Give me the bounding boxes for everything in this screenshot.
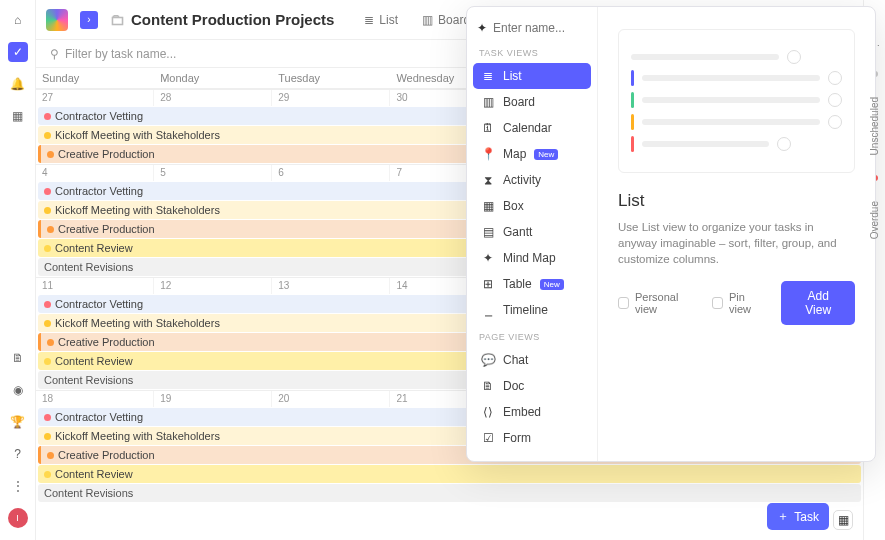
view-option-activity[interactable]: ⧗Activity (473, 167, 591, 193)
new-task-button[interactable]: ＋Task (767, 503, 829, 530)
mind-map-icon: ✦ (481, 251, 495, 265)
date-cell[interactable]: 6 (272, 165, 390, 181)
add-view-popup: ✦ TASK VIEWS ≣List▥Board🗓Calendar📍MapNew… (466, 6, 876, 462)
tab-list[interactable]: ≣List (354, 8, 408, 32)
popup-detail: List Use List view to organize your task… (597, 7, 875, 461)
view-option-box[interactable]: ▦Box (473, 193, 591, 219)
view-option-calendar[interactable]: 🗓Calendar (473, 115, 591, 141)
nav-forward-icon[interactable]: › (80, 11, 98, 29)
table-icon: ⊞ (481, 277, 495, 291)
overdue-tab[interactable]: Overdue (869, 201, 880, 239)
view-name-input[interactable] (493, 21, 583, 35)
page-title: 🗀 Content Production Projects (110, 11, 334, 28)
view-option-embed[interactable]: ⟨⟩Embed (473, 399, 591, 425)
calendar-event[interactable]: Content Review (38, 465, 861, 483)
chat-icon: 💬 (481, 353, 495, 367)
trophy-icon[interactable]: 🏆 (8, 412, 28, 432)
unscheduled-tab[interactable]: Unscheduled (869, 97, 880, 155)
app-grid-button[interactable]: ▦ (833, 510, 853, 530)
box-icon: ▦ (481, 199, 495, 213)
view-option-table[interactable]: ⊞TableNew (473, 271, 591, 297)
page-title-text: Content Production Projects (131, 11, 334, 28)
day-header: Tuesday (272, 68, 390, 88)
help-icon[interactable]: ? (8, 444, 28, 464)
calendar-icon: 🗓 (481, 121, 495, 135)
board-icon: ▥ (481, 95, 495, 109)
popup-view-list: ✦ TASK VIEWS ≣List▥Board🗓Calendar📍MapNew… (467, 7, 597, 461)
personal-view-checkbox[interactable]: Personal view (618, 291, 696, 315)
view-option-board[interactable]: ▥Board (473, 89, 591, 115)
section-task-views: TASK VIEWS (473, 42, 591, 60)
date-cell[interactable]: 12 (154, 278, 272, 294)
date-cell[interactable]: 27 (36, 90, 154, 106)
day-header: Monday (154, 68, 272, 88)
main: › 🗀 Content Production Projects ≣List ▥B… (36, 0, 863, 540)
view-option-list[interactable]: ≣List (473, 63, 591, 89)
doc-icon[interactable]: 🗎 (8, 348, 28, 368)
map-icon: 📍 (481, 147, 495, 161)
filter-icon[interactable]: ⚲ (50, 47, 59, 61)
date-cell[interactable]: 29 (272, 90, 390, 106)
activity-icon: ⧗ (481, 173, 495, 187)
avatar[interactable]: I (8, 508, 28, 528)
view-preview (618, 29, 855, 173)
add-view-button[interactable]: Add View (781, 281, 855, 325)
record-icon[interactable]: ◉ (8, 380, 28, 400)
popup-detail-desc: Use List view to organize your tasks in … (618, 219, 855, 267)
date-cell[interactable]: 4 (36, 165, 154, 181)
folder-icon: 🗀 (110, 11, 125, 28)
date-cell[interactable]: 18 (36, 391, 154, 407)
date-cell[interactable]: 11 (36, 278, 154, 294)
popup-detail-title: List (618, 191, 855, 211)
board-icon: ▥ (422, 13, 433, 27)
view-option-map[interactable]: 📍MapNew (473, 141, 591, 167)
cursor-icon: ✦ (477, 21, 487, 35)
calendar-event[interactable]: Content Revisions (38, 484, 861, 502)
doc-icon: 🗎 (481, 379, 495, 393)
tasks-icon[interactable]: ✓ (8, 42, 28, 62)
date-cell[interactable]: 5 (154, 165, 272, 181)
timeline-icon: ⎯ (481, 303, 495, 317)
app-logo-icon[interactable] (46, 9, 68, 31)
view-option-gantt[interactable]: ▤Gantt (473, 219, 591, 245)
left-rail: ⌂ ✓ 🔔 ▦ 🗎 ◉ 🏆 ? ⋮ I (0, 0, 36, 540)
date-cell[interactable]: 13 (272, 278, 390, 294)
more-icon[interactable]: ⋮ (8, 476, 28, 496)
date-cell[interactable]: 28 (154, 90, 272, 106)
list-icon: ≣ (364, 13, 374, 27)
view-option-chat[interactable]: 💬Chat (473, 347, 591, 373)
view-option-mind-map[interactable]: ✦Mind Map (473, 245, 591, 271)
list-icon: ≣ (481, 69, 495, 83)
filter-placeholder[interactable]: Filter by task name... (65, 47, 176, 61)
view-option-doc[interactable]: 🗎Doc (473, 373, 591, 399)
day-header: Sunday (36, 68, 154, 88)
section-page-views: PAGE VIEWS (473, 326, 591, 344)
apps-icon[interactable]: ▦ (8, 106, 28, 126)
home-icon[interactable]: ⌂ (8, 10, 28, 30)
new-badge: New (534, 149, 558, 160)
date-cell[interactable]: 20 (272, 391, 390, 407)
form-icon: ☑ (481, 431, 495, 445)
new-badge: New (540, 279, 564, 290)
view-option-form[interactable]: ☑Form (473, 425, 591, 451)
plus-icon: ＋ (777, 508, 789, 525)
view-option-timeline[interactable]: ⎯Timeline (473, 297, 591, 323)
date-cell[interactable]: 19 (154, 391, 272, 407)
embed-icon: ⟨⟩ (481, 405, 495, 419)
pin-view-checkbox[interactable]: Pin view (712, 291, 765, 315)
notifications-icon[interactable]: 🔔 (8, 74, 28, 94)
gantt-icon: ▤ (481, 225, 495, 239)
